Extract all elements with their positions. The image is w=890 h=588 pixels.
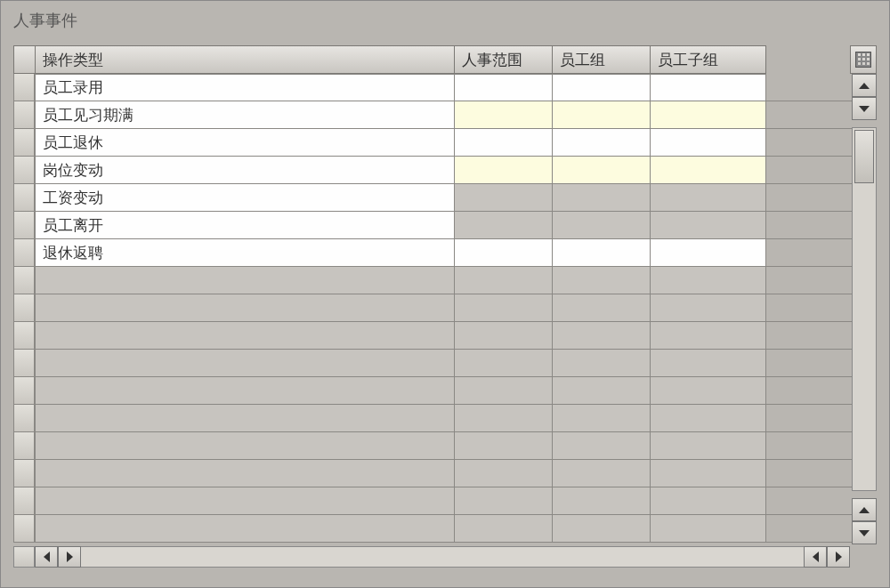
cell-c3[interactable] (553, 74, 651, 101)
cell-c4[interactable] (651, 267, 766, 294)
row-handle[interactable] (13, 74, 35, 101)
cell-c1[interactable] (35, 377, 455, 405)
scroll-right-button[interactable] (804, 546, 827, 568)
horizontal-scrollbar[interactable] (35, 546, 850, 568)
select-all-handle[interactable] (13, 45, 35, 74)
table-row[interactable]: 岗位变动 (13, 157, 877, 184)
row-handle[interactable] (13, 157, 35, 184)
cell-c4[interactable] (651, 377, 766, 405)
cell-c4[interactable] (651, 350, 766, 377)
cell-c3[interactable] (553, 377, 651, 405)
cell-c4[interactable] (651, 515, 766, 543)
vertical-scroll-track[interactable] (852, 127, 877, 491)
cell-c1[interactable]: 退休返聘 (35, 239, 455, 267)
table-row[interactable]: 退休返聘 (13, 239, 877, 267)
cell-c2[interactable] (455, 487, 553, 515)
cell-c3[interactable] (553, 157, 651, 184)
table-row[interactable]: 员工录用 (13, 74, 877, 101)
vertical-scroll-thumb[interactable] (854, 130, 874, 183)
row-handle[interactable] (13, 239, 35, 267)
row-handle[interactable] (13, 377, 35, 405)
table-row[interactable] (13, 515, 877, 543)
cell-c1[interactable]: 岗位变动 (35, 157, 455, 184)
cell-c1[interactable] (35, 487, 455, 515)
cell-c2[interactable] (455, 267, 553, 294)
cell-c4[interactable] (651, 294, 766, 322)
cell-c1[interactable] (35, 405, 455, 432)
cell-c3[interactable] (553, 101, 651, 129)
cell-c3[interactable] (553, 350, 651, 377)
cell-c1[interactable] (35, 294, 455, 322)
table-row[interactable] (13, 294, 877, 322)
col-header-operation-type[interactable]: 操作类型 (35, 45, 455, 74)
cell-c4[interactable] (651, 101, 766, 129)
scroll-left-button[interactable] (58, 546, 81, 568)
cell-c2[interactable] (455, 322, 553, 350)
cell-c1[interactable] (35, 322, 455, 350)
cell-c3[interactable] (553, 515, 651, 543)
cell-c3[interactable] (553, 432, 651, 460)
cell-c2[interactable] (455, 460, 553, 487)
row-handle[interactable] (13, 515, 35, 543)
cell-c1[interactable] (35, 267, 455, 294)
cell-c4[interactable] (651, 460, 766, 487)
table-row[interactable] (13, 267, 877, 294)
row-handle[interactable] (13, 184, 35, 212)
cell-c3[interactable] (553, 294, 651, 322)
table-row[interactable]: 员工退休 (13, 129, 877, 157)
cell-c4[interactable] (651, 74, 766, 101)
cell-c2[interactable] (455, 377, 553, 405)
cell-c3[interactable] (553, 129, 651, 157)
cell-c2[interactable] (455, 101, 553, 129)
row-handle[interactable] (13, 350, 35, 377)
table-row[interactable] (13, 460, 877, 487)
cell-c1[interactable]: 员工离开 (35, 212, 455, 239)
scroll-line-up-button[interactable] (852, 74, 877, 97)
cell-c3[interactable] (553, 460, 651, 487)
cell-c4[interactable] (651, 212, 766, 239)
row-handle[interactable] (13, 267, 35, 294)
col-header-employee-group[interactable]: 员工组 (553, 45, 651, 74)
cell-c1[interactable]: 员工见习期满 (35, 101, 455, 129)
cell-c1[interactable] (35, 515, 455, 543)
cell-c4[interactable] (651, 432, 766, 460)
cell-c4[interactable] (651, 129, 766, 157)
vertical-scrollbar[interactable] (852, 74, 877, 544)
cell-c2[interactable] (455, 405, 553, 432)
row-handle[interactable] (13, 101, 35, 129)
table-row[interactable] (13, 322, 877, 350)
scroll-page-up-button[interactable] (852, 97, 877, 120)
table-row[interactable]: 工资变动 (13, 184, 877, 212)
cell-c3[interactable] (553, 267, 651, 294)
row-handle[interactable] (13, 460, 35, 487)
table-row[interactable] (13, 350, 877, 377)
table-row[interactable] (13, 405, 877, 432)
cell-c2[interactable] (455, 74, 553, 101)
cell-c3[interactable] (553, 212, 651, 239)
cell-c1[interactable]: 工资变动 (35, 184, 455, 212)
cell-c1[interactable]: 员工退休 (35, 129, 455, 157)
horizontal-scroll-track[interactable] (81, 546, 804, 568)
scroll-right-end-button[interactable] (827, 546, 850, 568)
cell-c1[interactable] (35, 432, 455, 460)
cell-c1[interactable] (35, 350, 455, 377)
scroll-line-down-button[interactable] (852, 521, 877, 544)
cell-c2[interactable] (455, 239, 553, 267)
cell-c4[interactable] (651, 157, 766, 184)
cell-c2[interactable] (455, 515, 553, 543)
row-handle[interactable] (13, 212, 35, 239)
cell-c4[interactable] (651, 487, 766, 515)
table-row[interactable] (13, 432, 877, 460)
cell-c4[interactable] (651, 184, 766, 212)
cell-c4[interactable] (651, 405, 766, 432)
cell-c3[interactable] (553, 405, 651, 432)
row-handle[interactable] (13, 322, 35, 350)
row-handle[interactable] (13, 129, 35, 157)
col-header-employee-subgroup[interactable]: 员工子组 (651, 45, 766, 74)
cell-c3[interactable] (553, 239, 651, 267)
cell-c2[interactable] (455, 432, 553, 460)
cell-c1[interactable] (35, 460, 455, 487)
cell-c4[interactable] (651, 239, 766, 267)
cell-c2[interactable] (455, 212, 553, 239)
row-handle[interactable] (13, 487, 35, 515)
